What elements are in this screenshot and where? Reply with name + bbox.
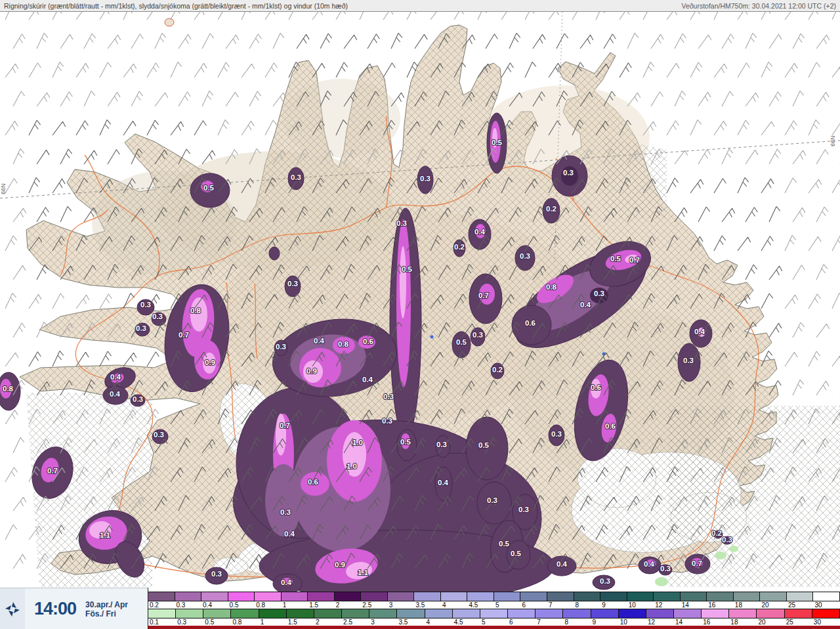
legend-swatch — [414, 592, 441, 601]
precip-value-label: 0.5 — [400, 438, 411, 446]
legend-value-label: 3.5 — [414, 601, 425, 609]
legend-swatch — [203, 609, 231, 618]
precip-value-label: 0.5 — [610, 255, 621, 263]
legend-swatch — [600, 592, 627, 601]
legend-swatch — [787, 592, 814, 601]
precip-value-label: 0.7 — [178, 331, 189, 339]
precip-value-label: 0.6 — [525, 319, 536, 327]
legend-swatch — [425, 609, 453, 618]
precip-value-label: 0.9 — [335, 561, 345, 569]
precip-value-label: 0.3 — [551, 430, 562, 438]
precip-value-label: 0.3 — [396, 219, 407, 227]
legend-value-label: 25 — [787, 601, 795, 609]
legend-swatch — [335, 592, 362, 601]
legend-value-label: 3 — [369, 618, 375, 626]
precip-value-label: 1.1 — [358, 569, 369, 576]
legend-labels-rain-sleet: 0.20.30.40.50.811.522.533.544.5567891012… — [148, 601, 840, 609]
precip-value-label: 0.4 — [110, 390, 121, 398]
precip-value-label: 0.9 — [306, 367, 317, 375]
legend-baseline-bar — [148, 626, 840, 629]
precip-value-label: 0.4 — [580, 301, 591, 309]
legend-swatch — [813, 592, 840, 601]
precip-value-label: 0.2 — [492, 366, 503, 374]
precip-value-label: 0.7 — [280, 422, 290, 429]
latitude-label: 66N — [830, 135, 836, 146]
legend-swatch — [282, 592, 308, 601]
precip-value-label: 0.4 — [314, 337, 325, 345]
legend-swatch — [547, 592, 574, 601]
legend-value-label: 4.5 — [453, 618, 463, 626]
precip-value-label: 0.9 — [205, 358, 215, 366]
legend-value-label: 8 — [574, 601, 579, 609]
precip-value-label: 0.3 — [563, 169, 574, 177]
precipitation-area — [269, 247, 280, 260]
forecast-time: 14:00 — [34, 599, 76, 619]
precip-value-label: 0.3 — [287, 280, 298, 288]
legend-value-label: 0.8 — [255, 601, 265, 609]
legend-swatch — [627, 592, 654, 601]
legend-value-label: 0.5 — [228, 601, 239, 609]
legend-value-label: 3 — [388, 601, 393, 609]
precip-value-label: 0.3 — [291, 173, 301, 181]
legend-swatch — [231, 609, 259, 618]
legend-value-label: 7 — [536, 618, 541, 626]
precip-value-label: 0.5 — [203, 184, 215, 192]
precip-value-label: 0.2 — [454, 243, 465, 251]
legend-value-label: 30 — [813, 601, 822, 609]
legend-swatch — [520, 592, 547, 601]
precip-value-label: 0.6 — [591, 383, 601, 391]
legend-swatch — [314, 609, 342, 618]
legend-value-label: 2.5 — [342, 618, 352, 626]
legend-swatch — [388, 592, 415, 601]
precip-value-label: 0.4 — [281, 578, 292, 586]
legend-value-label: 14 — [674, 618, 682, 626]
legend-value-label: 0.3 — [176, 618, 186, 626]
legend-swatch — [812, 609, 840, 618]
legend-value-label: 6 — [521, 601, 526, 609]
precip-value-label: 0.4 — [474, 228, 486, 236]
forecast-date-line1: 30.apr./ Apr — [85, 600, 128, 609]
legend-swatch — [308, 592, 335, 601]
forecast-date-line2: Fös./ Fri — [85, 609, 128, 618]
legend-swatch — [467, 592, 494, 601]
precip-value-label: 0.5 — [492, 139, 503, 146]
precip-value-label: 0.3 — [600, 577, 610, 585]
rain-patch — [729, 546, 738, 552]
precip-value-label: 1.1 — [100, 531, 111, 539]
legend-swatch — [480, 609, 508, 618]
precip-value-label: 0.4 — [438, 479, 449, 487]
legend-swatch — [148, 609, 176, 618]
legend-value-label: 1.5 — [308, 601, 318, 609]
precip-value-label: 0.7 — [629, 256, 640, 264]
legend-swatch — [441, 592, 468, 601]
legend-swatch — [342, 609, 369, 618]
legend-value-label: 18 — [734, 601, 742, 609]
legend-value-label: 0.2 — [148, 601, 159, 609]
legend-swatch — [729, 609, 757, 618]
legend-swatch — [702, 609, 729, 618]
legend-swatch — [734, 592, 761, 601]
precip-value-label: 0.7 — [692, 559, 702, 567]
legend-swatch — [681, 592, 707, 601]
legend-value-label: 10 — [619, 618, 627, 626]
precip-value-label: 0.2 — [546, 205, 556, 213]
legend-value-label: 1 — [282, 601, 287, 609]
legend-value-label: 16 — [707, 601, 715, 609]
legend-swatch — [707, 592, 734, 601]
precip-value-label: 0.7 — [478, 292, 489, 299]
legend-value-label: 0.5 — [203, 618, 214, 626]
legend-value-label: 5 — [480, 618, 486, 626]
precip-value-label: 0.4 — [362, 376, 373, 383]
precip-value-label: 0.7 — [47, 467, 58, 475]
legend-swatch — [148, 592, 175, 601]
precip-value-label: 0.2 — [711, 529, 722, 537]
precip-value-label: 0.4 — [284, 530, 295, 538]
legend-swatch — [591, 609, 619, 618]
precip-value-label: 0.3 — [136, 324, 146, 332]
legend-swatch — [259, 609, 287, 618]
legend-value-label: 20 — [757, 618, 766, 626]
title-bar: Rigning/skúrir (grænt/blátt/rautt - mm/1… — [0, 0, 840, 12]
legend-value-label: 20 — [760, 601, 768, 609]
model-run-info: Veðurstofan/HM750m: 30.04.2021 12:00 UTC… — [681, 2, 836, 10]
precip-value-label: 0.5 — [499, 540, 510, 548]
